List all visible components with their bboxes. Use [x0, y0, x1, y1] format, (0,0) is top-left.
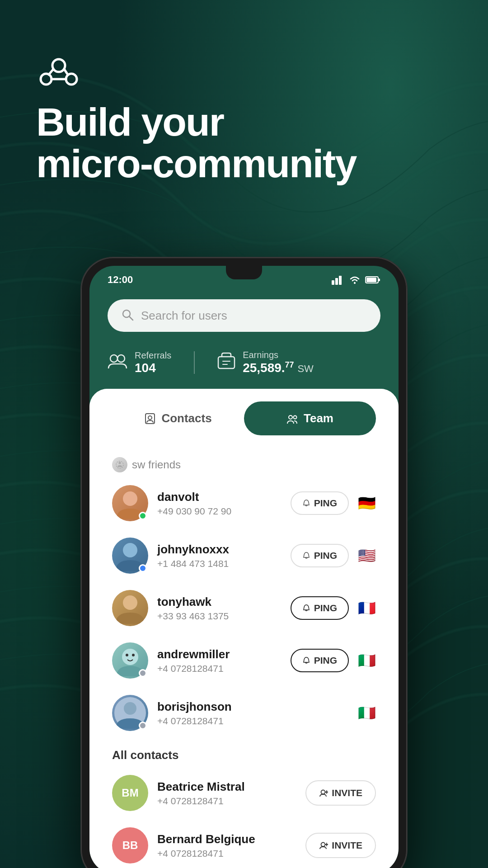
svg-line-4	[64, 69, 68, 75]
invite-icon	[319, 788, 328, 797]
username-andrew: andrewmiller	[157, 647, 282, 661]
svg-point-16	[117, 355, 125, 362]
svg-rect-12	[379, 278, 380, 281]
user-row: tonyhawk +33 93 463 1375 PING 🇫🇷	[103, 582, 385, 634]
earnings-value: 25,589.77 SW	[243, 360, 314, 375]
search-bar[interactable]: Search for users	[108, 299, 380, 332]
svg-point-29	[122, 649, 138, 665]
avatar-wrap-tony	[112, 590, 148, 626]
search-placeholder[interactable]: Search for users	[141, 309, 227, 323]
svg-point-33	[124, 702, 136, 715]
ping-button-danvolt[interactable]: PING	[291, 491, 349, 515]
svg-point-0	[52, 59, 65, 72]
contact-name-bb: Bernard Belgique	[157, 832, 296, 846]
avatar-wrap-andrew	[112, 642, 148, 679]
tabs-container: Contacts Team	[89, 389, 399, 448]
all-contacts-label: All contacts	[103, 739, 385, 767]
svg-point-1	[41, 74, 52, 85]
user-row: danvolt +49 030 90 72 90 PING 🇩🇪	[103, 477, 385, 529]
bell-icon	[302, 552, 310, 560]
contact-info-bm: Beatrice Mistral +4 0728128471	[157, 780, 296, 807]
team-icon	[286, 413, 298, 425]
ping-label-johny: PING	[314, 550, 337, 561]
referrals-stat: Referrals 104	[108, 350, 171, 375]
list-section: sw friends	[89, 448, 399, 868]
contact-phone-bm: +4 0728128471	[157, 796, 296, 807]
invite-label-bm: INVITE	[332, 788, 362, 798]
svg-rect-8	[339, 276, 342, 285]
user-info-tony: tonyhawk +33 93 463 1375	[157, 595, 282, 622]
signal-icon	[332, 275, 344, 285]
svg-rect-11	[366, 278, 376, 282]
contact-row: BM Beatrice Mistral +4 0728128471	[103, 767, 385, 819]
phone-johny: +1 484 473 1481	[157, 558, 282, 569]
svg-point-26	[123, 491, 137, 506]
ping-button-andrew[interactable]: PING	[291, 649, 349, 672]
tab-contacts[interactable]: Contacts	[112, 401, 244, 435]
flag-boris: 🇮🇹	[358, 704, 376, 722]
ping-label-danvolt: PING	[314, 498, 337, 509]
username-danvolt: danvolt	[157, 490, 282, 504]
svg-rect-6	[332, 280, 334, 285]
referrals-value: 104	[135, 361, 171, 375]
battery-icon	[365, 276, 380, 284]
contact-name-bm: Beatrice Mistral	[157, 780, 296, 794]
sw-friends-icon	[112, 457, 127, 472]
contacts-tab-label: Contacts	[161, 411, 211, 425]
bell-icon	[302, 604, 310, 612]
username-johny: johnyknoxxx	[157, 542, 282, 557]
svg-point-22	[289, 415, 292, 419]
svg-point-21	[148, 416, 152, 420]
svg-line-14	[129, 316, 133, 320]
user-info-johny: johnyknoxxx +1 484 473 1481	[157, 542, 282, 569]
username-tony: tonyhawk	[157, 595, 282, 609]
phone-danvolt: +49 030 90 72 90	[157, 506, 282, 517]
invite-button-bm[interactable]: INVITE	[305, 780, 376, 806]
svg-point-37	[321, 843, 325, 847]
avatar-tony	[112, 590, 148, 626]
status-icons	[332, 275, 380, 285]
online-indicator-andrew	[139, 669, 147, 677]
online-indicator-johny	[139, 564, 147, 572]
ping-button-tony[interactable]: PING	[291, 596, 349, 620]
user-row: borisjhonson +4 0728128471 🇮🇹	[103, 687, 385, 739]
ping-label-tony: PING	[314, 603, 337, 613]
user-row: andrewmiller +4 0728128471 PING 🇮🇹	[103, 634, 385, 687]
tab-team[interactable]: Team	[244, 401, 376, 435]
bell-icon	[302, 499, 310, 507]
referrals-info: Referrals 104	[135, 350, 171, 375]
bell-icon	[302, 656, 310, 665]
svg-line-3	[49, 69, 53, 75]
headline: Build your micro-community	[36, 101, 452, 185]
svg-rect-7	[335, 278, 338, 285]
svg-point-30	[126, 654, 128, 656]
invite-label-bb: INVITE	[332, 840, 362, 851]
user-info-danvolt: danvolt +49 030 90 72 90	[157, 490, 282, 517]
white-panel: Contacts Team	[89, 389, 399, 868]
user-row: johnyknoxxx +1 484 473 1481 PING 🇺🇸	[103, 529, 385, 582]
svg-point-25	[119, 462, 121, 464]
sw-friends-label: sw friends	[132, 458, 181, 471]
earnings-icon	[217, 352, 235, 373]
phone-mockup: 12:00	[81, 258, 407, 868]
phone-frame: 12:00	[81, 258, 407, 868]
username-boris: borisjhonson	[157, 700, 349, 714]
contact-phone-bb: +4 0728128471	[157, 848, 296, 859]
earnings-label: Earnings	[243, 350, 314, 360]
flag-danvolt: 🇩🇪	[358, 495, 376, 512]
phone-boris: +4 0728128471	[157, 716, 349, 726]
online-indicator-danvolt	[139, 512, 147, 520]
avatar-wrap-boris	[112, 695, 148, 731]
phone-screen: 12:00	[89, 266, 399, 868]
earnings-stat: Earnings 25,589.77 SW	[217, 350, 314, 375]
avatar-initials-bb: BB	[112, 827, 148, 863]
svg-point-15	[110, 355, 117, 362]
page-content: Build your micro-community 12:00	[0, 0, 488, 868]
avatar-wrap-danvolt	[112, 485, 148, 521]
invite-button-bb[interactable]: INVITE	[305, 833, 376, 858]
team-tab-label: Team	[304, 411, 333, 425]
user-info-andrew: andrewmiller +4 0728128471	[157, 647, 282, 674]
user-info-boris: borisjhonson +4 0728128471	[157, 700, 349, 726]
ping-button-johny[interactable]: PING	[291, 544, 349, 567]
contact-row: BB Bernard Belgique +4 0728128471	[103, 819, 385, 868]
